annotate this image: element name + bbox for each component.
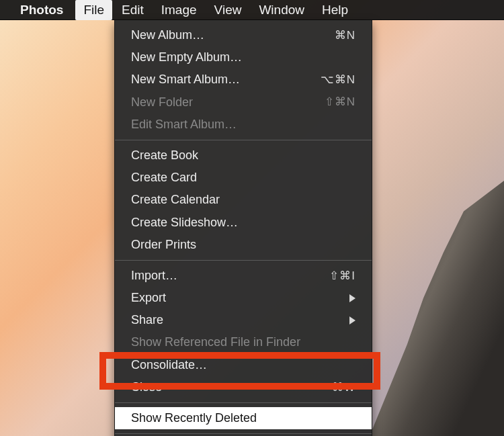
menu-item-label: Export (131, 290, 349, 306)
menu-item-shortcut: ⌥⌘N (321, 72, 355, 88)
menu-item-close[interactable]: Close ⌘W (115, 376, 372, 398)
menu-item-import[interactable]: Import… ⇧⌘I (115, 265, 372, 287)
menu-item-label: Consolidate… (131, 357, 355, 374)
menu-item-create-card[interactable]: Create Card (115, 167, 372, 189)
menu-item-label: Show Referenced File in Finder (131, 334, 355, 351)
menubar-item-help[interactable]: Help (314, 0, 356, 20)
menu-item-create-calendar[interactable]: Create Calendar (115, 189, 372, 211)
menu-item-export[interactable]: Export (115, 287, 372, 309)
menubar-item-image[interactable]: Image (153, 0, 205, 20)
menu-separator (115, 140, 372, 140)
menu-item-shortcut: ⇧⌘I (329, 268, 355, 284)
wallpaper-mountain (370, 181, 504, 436)
menu-item-label: New Album… (131, 27, 335, 44)
menu-item-new-folder: New Folder ⇧⌘N (115, 91, 372, 114)
menu-item-create-book[interactable]: Create Book (115, 144, 372, 167)
submenu-arrow-icon (349, 316, 355, 324)
menu-item-consolidate[interactable]: Consolidate… (115, 354, 372, 376)
app-name[interactable]: Photos (20, 3, 63, 17)
menu-item-new-album[interactable]: New Album… ⌘N (115, 24, 372, 46)
menu-item-label: Import… (131, 267, 329, 284)
menu-item-label: Edit Smart Album… (131, 116, 355, 133)
menu-item-order-prints[interactable]: Order Prints (115, 234, 372, 256)
menu-item-label: New Empty Album… (131, 49, 355, 66)
submenu-arrow-icon (349, 294, 355, 302)
menu-item-shortcut: ⌘N (335, 28, 355, 44)
menubar: Photos File Edit Image View Window Help (0, 0, 504, 20)
menu-item-label: Show Recently Deleted (131, 410, 355, 427)
menu-item-new-empty-album[interactable]: New Empty Album… (115, 46, 372, 69)
menubar-item-file[interactable]: File (75, 0, 112, 20)
menu-separator (115, 402, 372, 403)
menu-item-share[interactable]: Share (115, 309, 372, 331)
menu-item-show-recently-deleted[interactable]: Show Recently Deleted (115, 407, 372, 429)
menu-item-create-slideshow[interactable]: Create Slideshow… (115, 212, 372, 234)
menu-item-label: Create Card (131, 169, 355, 186)
menu-separator (115, 260, 372, 261)
menu-item-new-smart-album[interactable]: New Smart Album… ⌥⌘N (115, 69, 372, 91)
menubar-item-view[interactable]: View (206, 0, 250, 20)
menu-item-edit-smart-album: Edit Smart Album… (115, 114, 372, 136)
menu-item-label: Share (131, 312, 349, 329)
menu-item-shortcut: ⌘W (332, 380, 355, 396)
menu-item-label: Close (131, 379, 332, 396)
menu-item-label: New Folder (131, 94, 325, 111)
menu-item-label: Order Prints (131, 236, 355, 253)
file-menu-dropdown: New Album… ⌘N New Empty Album… New Smart… (114, 20, 372, 436)
menu-item-label: New Smart Album… (131, 71, 321, 88)
menu-separator (115, 433, 372, 434)
menu-item-show-referenced-file: Show Referenced File in Finder (115, 331, 372, 353)
menubar-item-window[interactable]: Window (251, 0, 312, 20)
menubar-item-edit[interactable]: Edit (114, 0, 152, 20)
menu-item-label: Create Slideshow… (131, 214, 355, 231)
menu-item-shortcut: ⇧⌘N (325, 94, 355, 110)
menu-item-label: Create Calendar (131, 191, 355, 208)
menu-item-label: Create Book (131, 147, 355, 164)
